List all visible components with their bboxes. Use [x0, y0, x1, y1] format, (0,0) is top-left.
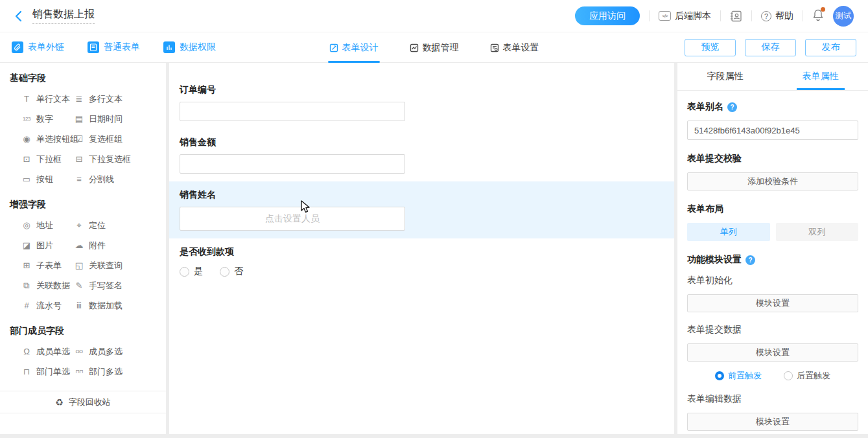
sidebar-item-member-multi[interactable]: ΩΩ成员多选	[74, 341, 166, 362]
item-label: 附件	[89, 240, 106, 251]
properties-panel: 字段属性 表单属性 表单别名 ? 表单提交校验 添加校验条件 表单布局 单列 双…	[677, 63, 868, 434]
radio-label: 是	[194, 266, 203, 277]
sidebar-item-linked-data[interactable]: ⧉关联数据	[21, 275, 74, 295]
sidebar-item-linked-query[interactable]: ◱关联查询	[74, 255, 166, 275]
sidebar-item-multi-line-text[interactable]: ≣多行文本	[74, 89, 166, 109]
form-init-label: 表单初始化	[687, 275, 858, 286]
help-button[interactable]: ? 帮助	[761, 10, 793, 22]
form-init-module-button[interactable]: 模块设置	[687, 294, 858, 312]
data-manage-icon	[410, 43, 419, 52]
sidebar-item-checkbox-group[interactable]: ☑复选框组	[74, 129, 166, 149]
tab-form-settings[interactable]: 表单设置	[489, 32, 541, 63]
form-alias-input[interactable]	[687, 121, 858, 140]
radio-pre-trigger[interactable]: 前置触发	[715, 370, 762, 382]
multi-select-icon: ⊟	[74, 155, 84, 163]
publish-button[interactable]: 发布	[805, 39, 856, 56]
item-label: 数据加载	[89, 300, 123, 312]
form-submit-data-label: 表单提交数据	[687, 324, 858, 336]
data-permission-button[interactable]: 数据权限	[163, 41, 216, 53]
data-load-icon: ⅲ	[74, 301, 84, 310]
save-button[interactable]: 保存	[745, 39, 796, 56]
item-label: 流水号	[36, 300, 62, 312]
sidebar-item-divider[interactable]: ≡分割线	[74, 169, 166, 189]
field-payment-received[interactable]: 是否收到款项 是 否	[169, 238, 674, 285]
layout-option-double-column[interactable]: 双列	[776, 223, 859, 241]
field-recycle-bin-button[interactable]: ♻ 字段回收站	[0, 391, 166, 413]
app-access-button[interactable]: 应用访问	[575, 6, 640, 25]
sidebar-item-dept-single[interactable]: ⊓部门单选	[21, 362, 74, 382]
sidebar-item-serial-number[interactable]: #流水号	[21, 295, 74, 316]
sidebar-item-attachment[interactable]: ☁附件	[74, 235, 166, 255]
normal-form-button[interactable]: 普通表单	[88, 41, 140, 53]
checkbox-group-icon: ☑	[74, 135, 84, 143]
layout-option-single-column[interactable]: 单列	[687, 223, 770, 241]
sales-amount-input[interactable]	[180, 154, 405, 174]
sidebar-item-date-time[interactable]: ▤日期时间	[74, 109, 166, 129]
item-label: 成员单选	[36, 346, 70, 358]
notifications-button[interactable]	[812, 8, 824, 23]
sidebar-item-select[interactable]: ⊡下拉框	[21, 149, 74, 169]
signature-icon: ✎	[74, 281, 84, 290]
member-picker[interactable]: 点击设置人员	[180, 207, 405, 231]
radio-post-trigger[interactable]: 后置触发	[784, 370, 830, 382]
sidebar-item-multi-select[interactable]: ⊟下拉复选框	[74, 149, 166, 169]
avatar[interactable]: 测试	[833, 6, 854, 27]
code-icon: </>	[659, 11, 671, 21]
item-label: 分割线	[89, 174, 114, 185]
field-sales-amount[interactable]: 销售金额	[169, 129, 674, 181]
back-button[interactable]	[14, 10, 22, 22]
item-label: 日期时间	[89, 113, 123, 125]
item-label: 复选框组	[89, 133, 123, 145]
sidebar-item-address[interactable]: ◎地址	[21, 215, 74, 235]
sidebar-item-dept-multi[interactable]: ⊓⊓部门多选	[74, 362, 166, 382]
module-settings-section: 功能模块设置 ?	[687, 254, 858, 266]
sidebar-item-number[interactable]: 123数字	[21, 109, 74, 129]
page-title: 销售数据上报	[32, 8, 95, 24]
sidebar-item-data-load[interactable]: ⅲ数据加载	[74, 295, 166, 316]
field-label: 销售金额	[180, 137, 664, 148]
field-order-number[interactable]: 订单编号	[169, 76, 674, 129]
sidebar-item-radio-group[interactable]: ◉单选按钮组	[21, 129, 74, 149]
field-sales-person[interactable]: 销售姓名 点击设置人员	[169, 181, 674, 238]
item-label: 单行文本	[36, 93, 70, 105]
trigger-radio-group: 前置触发 后置触发	[687, 370, 858, 382]
form-edit-module-button[interactable]: 模块设置	[687, 413, 858, 431]
item-label: 部门单选	[36, 366, 70, 378]
radio-option-no[interactable]: 否	[220, 266, 243, 277]
sidebar-item-signature[interactable]: ✎手写签名	[74, 275, 166, 295]
number-icon: 123	[21, 117, 32, 122]
question-icon: ?	[761, 11, 771, 21]
item-label: 成员多选	[89, 346, 123, 358]
tab-form-design[interactable]: 表单设计	[328, 32, 380, 63]
sidebar-item-image[interactable]: ◪图片	[21, 235, 74, 255]
item-label: 按钮	[36, 174, 53, 185]
tab-field-properties[interactable]: 字段属性	[677, 63, 773, 90]
help-icon[interactable]: ?	[727, 102, 737, 112]
sidebar-item-button[interactable]: ▭按钮	[21, 169, 74, 189]
form-submit-module-button[interactable]: 模块设置	[687, 343, 858, 362]
tab-form-settings-label: 表单设置	[503, 42, 539, 54]
sidebar-item-single-line-text[interactable]: T单行文本	[21, 89, 74, 109]
divider	[751, 10, 752, 21]
sidebar-item-subform[interactable]: ⊞子表单	[21, 255, 74, 275]
radio-circle-icon	[220, 267, 229, 277]
help-icon[interactable]: ?	[745, 255, 755, 265]
form-external-link-button[interactable]: 表单外链	[12, 41, 64, 53]
preview-button[interactable]: 预览	[685, 39, 736, 56]
item-label: 手写签名	[89, 280, 123, 292]
normal-form-label: 普通表单	[104, 41, 140, 53]
item-label: 关联查询	[89, 260, 123, 271]
group-title-basic-fields: 基础字段	[0, 63, 166, 89]
sidebar-item-location[interactable]: ⌖定位	[74, 215, 166, 235]
dept-single-icon: ⊓	[21, 367, 32, 376]
sidebar-item-member-single[interactable]: Ω成员单选	[21, 341, 74, 362]
tab-data-manage[interactable]: 数据管理	[408, 32, 460, 63]
add-validation-button[interactable]: 添加校验条件	[687, 172, 858, 190]
contacts-button[interactable]	[730, 10, 742, 22]
tab-form-properties[interactable]: 表单属性	[773, 63, 868, 90]
module-settings-label: 功能模块设置	[687, 254, 742, 266]
order-number-input[interactable]	[180, 102, 405, 121]
radio-option-yes[interactable]: 是	[180, 266, 203, 277]
backend-script-button[interactable]: </> 后端脚本	[659, 10, 711, 22]
field-label: 销售姓名	[180, 189, 664, 201]
